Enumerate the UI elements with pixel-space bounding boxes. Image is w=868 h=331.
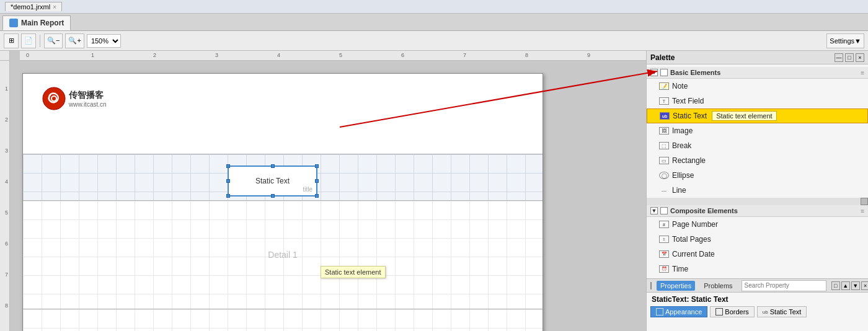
palette-title-bar: Palette — □ × (647, 51, 868, 64)
ruler-mark-6: 6 (401, 52, 404, 58)
palette-item-break[interactable]: ⬚ Break (647, 138, 868, 153)
ruler-mark-3: 3 (215, 52, 218, 58)
handle-bottom-right[interactable] (315, 194, 319, 198)
handle-top-right[interactable] (315, 164, 319, 168)
properties-element-title: StaticText: Static Text (647, 293, 868, 304)
static-text-label: Static Text (255, 177, 290, 185)
ruler-mark-7: 7 (463, 52, 466, 58)
report-canvas: 传智播客 www.itcast.cn Static Text title (22, 73, 543, 331)
handle-bottom-mid[interactable] (271, 194, 275, 198)
property-search-input[interactable] (742, 280, 826, 291)
properties-controls: □ ▲ ▼ × (831, 281, 868, 290)
properties-tab[interactable]: Properties (657, 281, 695, 291)
palette-scrollbar[interactable] (647, 198, 868, 205)
file-tab-close[interactable]: × (53, 4, 56, 11)
palette-item-note[interactable]: 📝 Note (647, 79, 868, 94)
handle-top-mid[interactable] (271, 164, 275, 168)
palette-controls: — □ × (835, 53, 864, 62)
palette-item-static-text[interactable]: ub Static Text Static text element (647, 108, 868, 123)
palette-section-basic-header[interactable]: ▼ Basic Elements ≡ (647, 67, 868, 79)
note-item-icon: 📝 (659, 82, 669, 90)
props-minimize-btn[interactable]: ▲ (841, 281, 850, 290)
toolbar-btn-grid[interactable]: ⊞ (4, 33, 19, 48)
pagenum-item-label: Page Number (672, 220, 718, 229)
palette-item-rectangle[interactable]: ▭ Rectangle (647, 153, 868, 168)
palette-list: ▼ Basic Elements ≡ 📝 Note T Text Field (647, 64, 868, 278)
problems-tab[interactable]: Problems (700, 281, 736, 291)
basic-section-label: Basic Elements (670, 69, 720, 76)
handle-top-left[interactable] (226, 164, 230, 168)
statictext-item-label: Static Text (673, 112, 707, 120)
file-tab-label: *demo1.jrxml (11, 3, 50, 11)
report-icon (9, 19, 18, 27)
toolbar-btn-doc[interactable]: 📄 (21, 33, 36, 48)
ruler-mark-5: 5 (339, 52, 342, 58)
appearance-tab-btn[interactable]: Appearance (650, 306, 707, 317)
static-text-element[interactable]: Static Text title (228, 166, 317, 196)
handle-mid-left[interactable] (226, 179, 230, 183)
break-item-label: Break (672, 141, 691, 150)
basic-section-menu[interactable]: ≡ (861, 69, 864, 76)
composite-section-label: Composite Elements (670, 207, 738, 214)
palette-item-time[interactable]: ⏰ Time (647, 262, 868, 276)
settings-button[interactable]: Settings ▼ (826, 33, 864, 48)
statictext-prop-tab-icon: ub (763, 309, 768, 315)
break-item-icon: ⬚ (659, 142, 669, 149)
zoom-select[interactable]: 150% 100% 75% 50% (87, 34, 121, 48)
logo-text-block: 传智播客 www.itcast.cn (69, 90, 107, 108)
palette-panel: Palette — □ × ▼ Basic Elements ≡ (646, 51, 868, 331)
ruler-mark-4: 4 (277, 52, 280, 58)
content-area: 0 1 2 3 4 5 6 7 8 9 1 (0, 51, 868, 331)
report-detail-section: Detail 1 (23, 201, 542, 309)
static-text-prop-tab-label: Static Text (770, 308, 802, 316)
palette-item-image[interactable]: 🖼 Image (647, 123, 868, 138)
handle-mid-right[interactable] (315, 179, 319, 183)
palette-item-page-number[interactable]: # Page Number (647, 217, 868, 232)
statictext-tooltip: Static text element (712, 111, 777, 121)
main-report-tab-label: Main Report (21, 19, 64, 27)
palette-expand-btn[interactable]: □ (845, 53, 854, 62)
image-item-label: Image (672, 126, 693, 135)
props-down-btn[interactable]: ▼ (851, 281, 860, 290)
composite-section-menu[interactable]: ≡ (861, 208, 864, 214)
ruler-mark-0: 0 (26, 52, 29, 58)
scrollbar-thumb[interactable] (861, 198, 868, 205)
palette-minimize-btn[interactable]: — (835, 53, 843, 62)
logo-cn-text: 传智播客 (69, 90, 107, 101)
palette-item-total-pages[interactable]: Σ Total Pages (647, 232, 868, 247)
static-text-prop-tab-btn[interactable]: ub Static Text (757, 306, 807, 317)
palette-section-composite-header[interactable]: ▼ Composite Elements ≡ (647, 205, 868, 217)
toolbar-btn-zoom-out[interactable]: 🔍− (44, 33, 63, 48)
static-text-sublabel: title (303, 186, 312, 193)
totalpages-item-label: Total Pages (672, 235, 711, 244)
curdate-item-label: Current Date (672, 250, 715, 258)
ruler-mark-8: 8 (525, 52, 528, 58)
file-tab[interactable]: *demo1.jrxml × (5, 2, 62, 11)
props-expand-btn[interactable]: □ (831, 281, 840, 290)
ellipse-item-label: Ellipse (672, 171, 694, 180)
report-title-section[interactable]: Static Text title (23, 154, 542, 201)
basic-expand-icon[interactable]: ▼ (650, 69, 658, 76)
palette-item-current-date[interactable]: 📅 Current Date (647, 247, 868, 262)
palette-close-btn[interactable]: × (856, 53, 864, 62)
ruler-mark-2: 2 (153, 52, 156, 58)
rect-item-icon: ▭ (659, 157, 669, 164)
palette-item-ellipse[interactable]: ◯ Ellipse (647, 168, 868, 183)
props-close-btn[interactable]: × (861, 281, 868, 290)
properties-panel: Properties Problems □ ▲ ▼ × StaticText: … (647, 278, 868, 331)
toolbar-btn-zoom-in[interactable]: 🔍+ (65, 33, 84, 48)
rect-item-label: Rectangle (672, 156, 706, 165)
svg-point-2 (52, 97, 56, 100)
borders-tab-btn[interactable]: Borders (710, 306, 755, 317)
composite-expand-icon[interactable]: ▼ (650, 207, 658, 214)
main-report-tab[interactable]: Main Report (2, 15, 71, 30)
appearance-tab-icon (656, 308, 663, 316)
palette-item-text-field[interactable]: T Text Field (647, 94, 868, 108)
ruler-mark-1: 1 (91, 52, 94, 58)
palette-item-line[interactable]: — Line (647, 183, 868, 198)
canvas-row: 1 2 3 4 5 6 7 8 (0, 61, 646, 331)
appearance-tab-label: Appearance (665, 308, 702, 316)
file-title-bar: *demo1.jrxml × (0, 0, 868, 14)
ruler-mark-9: 9 (587, 52, 590, 58)
handle-bottom-left[interactable] (226, 194, 230, 198)
